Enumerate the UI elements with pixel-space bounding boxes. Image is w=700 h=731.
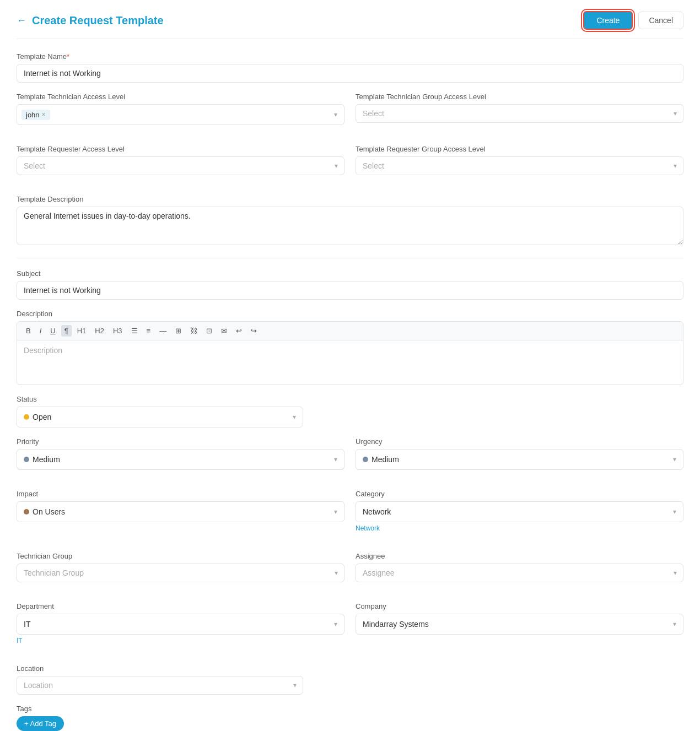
status-select[interactable]: Open ▾ bbox=[17, 407, 303, 427]
category-select[interactable]: Network ▾ bbox=[356, 501, 683, 522]
description-placeholder: Description bbox=[24, 346, 62, 355]
impact-dot bbox=[24, 509, 29, 515]
italic-button[interactable]: I bbox=[36, 325, 45, 337]
assignee-select[interactable]: Assignee bbox=[356, 564, 683, 582]
category-hint: Network bbox=[356, 524, 683, 532]
location-label: Location bbox=[17, 664, 303, 673]
assignee-select-wrapper: Assignee ▾ bbox=[356, 564, 683, 582]
urgency-section: Urgency Medium ▾ bbox=[356, 437, 683, 470]
subject-label: Subject bbox=[17, 269, 683, 278]
bullet-list-button[interactable]: ☰ bbox=[128, 325, 141, 337]
urgency-dot bbox=[363, 457, 368, 462]
location-select[interactable]: Location bbox=[17, 676, 303, 695]
priority-section: Priority Medium ▾ bbox=[17, 437, 344, 470]
page-wrapper: ← Create Request Template Create Cancel … bbox=[0, 0, 700, 731]
image-button[interactable]: ⊡ bbox=[203, 325, 216, 337]
back-arrow-icon[interactable]: ← bbox=[17, 15, 26, 26]
department-value: IT bbox=[24, 620, 30, 629]
urgency-select[interactable]: Medium ▾ bbox=[356, 449, 683, 470]
technician-group-select[interactable]: Select bbox=[356, 104, 683, 123]
chevron-down-icon: ▾ bbox=[334, 508, 337, 516]
company-select[interactable]: Mindarray Systems ▾ bbox=[356, 614, 683, 635]
chevron-down-icon: ▾ bbox=[334, 111, 337, 118]
chevron-down-icon: ▾ bbox=[334, 456, 337, 463]
underline-button[interactable]: U bbox=[47, 325, 58, 337]
status-label: Status bbox=[17, 395, 303, 403]
template-name-input[interactable] bbox=[17, 64, 683, 83]
priority-dot bbox=[24, 457, 29, 462]
chevron-down-icon: ▾ bbox=[673, 456, 676, 463]
chevron-down-icon: ▾ bbox=[673, 620, 676, 628]
location-select-wrapper: Location ▾ bbox=[17, 676, 303, 695]
redo-button[interactable]: ↪ bbox=[247, 325, 260, 337]
subject-section: Subject bbox=[17, 269, 683, 300]
cancel-button[interactable]: Cancel bbox=[638, 12, 683, 29]
department-hint: IT bbox=[17, 637, 344, 645]
status-value: Open bbox=[33, 413, 51, 421]
ordered-list-button[interactable]: ≡ bbox=[143, 325, 154, 337]
department-company-row: Department IT ▾ IT Company Mindarray Sys… bbox=[17, 602, 683, 654]
company-section: Company Mindarray Systems ▾ bbox=[356, 602, 683, 645]
department-section: Department IT ▾ IT bbox=[17, 602, 344, 645]
create-button[interactable]: Create bbox=[583, 11, 633, 30]
link-button[interactable]: ⛓ bbox=[187, 325, 201, 337]
tags-section: Tags + Add Tag bbox=[17, 705, 683, 731]
description-editor: B I U ¶ H1 H2 H3 ☰ ≡ — ⊞ ⛓ ⊡ ✉ ↩ ↪ Descr… bbox=[17, 321, 683, 385]
requester-access-section: Template Requester Access Level Select ▾ bbox=[17, 145, 344, 175]
h1-button[interactable]: H1 bbox=[74, 325, 90, 337]
impact-value: On Users bbox=[33, 507, 65, 516]
header-right: Create Cancel bbox=[583, 11, 683, 30]
editor-toolbar: B I U ¶ H1 H2 H3 ☰ ≡ — ⊞ ⛓ ⊡ ✉ ↩ ↪ bbox=[17, 322, 683, 340]
description-section: Description B I U ¶ H1 H2 H3 ☰ ≡ — ⊞ ⛓ ⊡… bbox=[17, 310, 683, 385]
bold-button[interactable]: B bbox=[23, 325, 34, 337]
technician-group-field-section: Technician Group Technician Group ▾ bbox=[17, 552, 344, 582]
category-label: Category bbox=[356, 490, 683, 498]
department-select[interactable]: IT ▾ bbox=[17, 614, 344, 635]
description-content[interactable]: Description bbox=[17, 340, 683, 385]
chevron-down-icon: ▾ bbox=[673, 508, 676, 516]
company-value: Mindarray Systems bbox=[363, 620, 429, 629]
priority-select[interactable]: Medium ▾ bbox=[17, 449, 344, 470]
category-section: Category Network ▾ Network bbox=[356, 490, 683, 532]
add-tag-button[interactable]: + Add Tag bbox=[17, 716, 64, 731]
tag-remove-icon[interactable]: × bbox=[42, 111, 46, 118]
requester-group-label: Template Requester Group Access Level bbox=[356, 145, 683, 153]
department-label: Department bbox=[17, 602, 344, 610]
technician-group-access-section: Template Technician Group Access Level S… bbox=[356, 93, 683, 125]
impact-label: Impact bbox=[17, 490, 344, 498]
technician-group-field-label: Technician Group bbox=[17, 552, 344, 560]
requester-group-select[interactable]: Select bbox=[356, 156, 683, 175]
assignee-section: Assignee Assignee ▾ bbox=[356, 552, 683, 582]
h2-button[interactable]: H2 bbox=[91, 325, 107, 337]
access-level-row: Template Technician Access Level john × … bbox=[17, 93, 683, 135]
status-section: Status Open ▾ bbox=[17, 395, 303, 427]
technician-group-field-select[interactable]: Technician Group bbox=[17, 564, 344, 582]
urgency-label: Urgency bbox=[356, 437, 683, 446]
template-description-textarea[interactable]: General Internet issues in day-to-day op… bbox=[17, 207, 683, 245]
paragraph-button[interactable]: ¶ bbox=[61, 325, 72, 337]
category-value: Network bbox=[363, 507, 391, 516]
impact-category-row: Impact On Users ▾ Category Network ▾ Net… bbox=[17, 490, 683, 542]
h3-button[interactable]: H3 bbox=[110, 325, 126, 337]
requester-group-access-section: Template Requester Group Access Level Se… bbox=[356, 145, 683, 175]
table-button[interactable]: ⊞ bbox=[172, 325, 185, 337]
technician-access-select[interactable]: john × ▾ bbox=[17, 104, 344, 125]
template-description-section: Template Description General Internet is… bbox=[17, 195, 683, 247]
requester-group-select-wrapper: Select ▾ bbox=[356, 156, 683, 175]
impact-select[interactable]: On Users ▾ bbox=[17, 501, 344, 522]
technician-access-section: Template Technician Access Level john × … bbox=[17, 93, 344, 125]
header-left: ← Create Request Template bbox=[17, 14, 164, 27]
requester-access-select[interactable]: Select bbox=[17, 156, 344, 175]
technician-group-select-wrapper: Select ▾ bbox=[356, 104, 683, 123]
technician-tag: john × bbox=[21, 110, 50, 120]
subject-input[interactable] bbox=[17, 281, 683, 300]
priority-label: Priority bbox=[17, 437, 344, 446]
assignee-label: Assignee bbox=[356, 552, 683, 560]
mail-button[interactable]: ✉ bbox=[218, 325, 230, 337]
impact-section: Impact On Users ▾ bbox=[17, 490, 344, 532]
template-name-section: Template Name* bbox=[17, 52, 683, 83]
company-label: Company bbox=[356, 602, 683, 610]
technician-group-assignee-row: Technician Group Technician Group ▾ Assi… bbox=[17, 552, 683, 592]
undo-button[interactable]: ↩ bbox=[233, 325, 245, 337]
horizontal-line-button[interactable]: — bbox=[156, 325, 170, 337]
